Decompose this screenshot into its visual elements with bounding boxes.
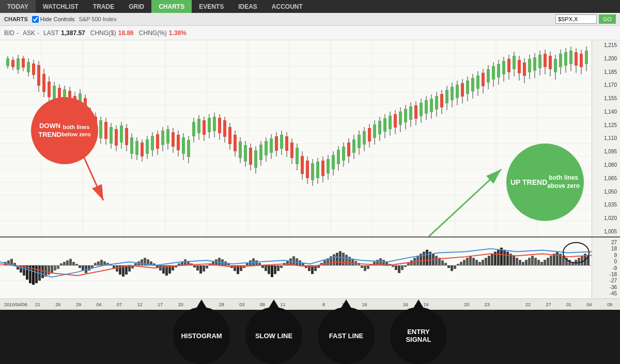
price-tick: 1,140: [593, 109, 619, 115]
date-tick: 20: [457, 302, 477, 307]
svg-rect-222: [507, 59, 510, 72]
svg-rect-300: [128, 265, 131, 272]
svg-rect-100: [192, 122, 195, 136]
osc-tick: -18: [593, 272, 619, 277]
svg-rect-198: [445, 90, 448, 103]
symbol-input[interactable]: [555, 14, 597, 24]
svg-rect-74: [125, 128, 128, 145]
svg-rect-283: [75, 264, 78, 265]
svg-rect-44: [48, 82, 51, 97]
svg-rect-425: [516, 258, 518, 265]
svg-rect-34: [22, 58, 25, 68]
price-tick: 1,125: [593, 122, 619, 128]
svg-rect-172: [378, 121, 381, 134]
svg-rect-128: [265, 141, 268, 155]
nav-grid[interactable]: GRID: [121, 0, 151, 13]
svg-rect-240: [554, 59, 557, 72]
price-tick: 1,095: [593, 149, 619, 154]
go-button[interactable]: GO: [599, 14, 616, 24]
svg-rect-126: [259, 145, 262, 160]
svg-rect-419: [497, 250, 500, 265]
svg-rect-94: [177, 135, 180, 150]
last-value: 1,387.57: [61, 29, 85, 37]
svg-rect-246: [569, 51, 572, 64]
svg-rect-116: [234, 135, 237, 151]
charts-toolbar: CHARTS Hide Controls S&P 500 Index GO: [0, 13, 620, 26]
svg-rect-156: [337, 150, 340, 164]
svg-rect-194: [435, 96, 438, 109]
date-tick: 01: [559, 302, 579, 307]
nav-ideas[interactable]: IDEAS: [231, 0, 265, 13]
nav-charts[interactable]: CHARTS: [151, 0, 192, 13]
svg-rect-318: [184, 259, 187, 265]
svg-rect-415: [485, 258, 487, 265]
svg-rect-369: [342, 253, 345, 266]
svg-rect-345: [268, 265, 270, 274]
svg-rect-322: [196, 265, 199, 271]
date-tick: 8: [314, 302, 334, 307]
svg-rect-427: [522, 262, 524, 265]
svg-rect-144: [306, 161, 309, 178]
svg-rect-435: [547, 258, 549, 265]
svg-rect-76: [130, 137, 133, 154]
slow-line-label-bubble: SLOW LINE: [245, 307, 302, 364]
svg-rect-413: [478, 262, 481, 265]
svg-rect-214: [487, 69, 490, 83]
svg-rect-278: [60, 263, 63, 265]
osc-tick: 0: [593, 259, 619, 264]
svg-rect-324: [203, 265, 205, 272]
svg-rect-234: [538, 55, 541, 68]
svg-rect-349: [280, 265, 283, 268]
svg-rect-78: [135, 141, 138, 155]
svg-rect-190: [425, 100, 428, 114]
oscillator-svg: [0, 238, 592, 298]
svg-rect-86: [156, 134, 159, 149]
svg-rect-276: [54, 265, 56, 271]
date-tick: 16: [354, 302, 375, 307]
svg-rect-182: [404, 109, 407, 122]
svg-rect-372: [351, 259, 354, 265]
svg-rect-204: [461, 83, 464, 97]
svg-rect-426: [519, 260, 521, 265]
fast-line-label: FAST LINE: [329, 332, 363, 340]
svg-rect-176: [389, 116, 392, 129]
svg-rect-299: [125, 265, 128, 275]
date-tick: 21: [27, 302, 48, 307]
nav-watchlist[interactable]: WATCHLIST: [36, 0, 86, 13]
nav-today[interactable]: TODAY: [0, 0, 36, 13]
svg-rect-174: [383, 118, 386, 132]
nav-account[interactable]: ACCOUNT: [265, 0, 310, 13]
svg-rect-82: [146, 139, 149, 154]
svg-rect-170: [373, 124, 376, 138]
hide-controls-toggle[interactable]: Hide Controls: [32, 16, 75, 23]
svg-rect-102: [197, 119, 200, 133]
svg-rect-220: [502, 61, 505, 74]
svg-rect-230: [528, 59, 531, 72]
price-tick: 1,035: [593, 202, 619, 208]
svg-rect-112: [223, 120, 226, 137]
svg-rect-403: [447, 265, 450, 268]
date-tick: 20: [171, 302, 191, 307]
oscillator-chart[interactable]: 27 18 9 0 -9 -18 -27 -36 -45: [0, 236, 620, 298]
svg-rect-391: [410, 260, 413, 265]
svg-rect-92: [172, 132, 175, 147]
svg-rect-395: [423, 252, 425, 266]
svg-rect-289: [94, 263, 97, 265]
svg-rect-232: [533, 57, 536, 71]
price-tick: 1,080: [593, 162, 619, 168]
svg-rect-202: [456, 85, 459, 98]
symbol-name-label: S&P 500 Index: [79, 16, 555, 22]
main-chart[interactable]: 1,215 1,200 1,185 1,170 1,155 1,140 1,12…: [0, 40, 620, 236]
bottom-labels-section: HISTOGRAM SLOW LINE FAST LINE ENTRYSIGNA…: [0, 310, 620, 364]
fast-line-label-bubble: FAST LINE: [318, 307, 375, 364]
svg-rect-445: [578, 258, 580, 265]
nav-events[interactable]: EVENTS: [192, 0, 231, 13]
date-tick: 27: [538, 302, 559, 307]
svg-rect-407: [460, 262, 462, 265]
svg-rect-242: [559, 54, 562, 67]
svg-rect-366: [333, 254, 335, 265]
svg-rect-32: [17, 58, 20, 70]
hide-controls-checkbox[interactable]: [32, 16, 39, 23]
nav-trade[interactable]: TRADE: [86, 0, 121, 13]
chart-container: 1,215 1,200 1,185 1,170 1,155 1,140 1,12…: [0, 40, 620, 310]
